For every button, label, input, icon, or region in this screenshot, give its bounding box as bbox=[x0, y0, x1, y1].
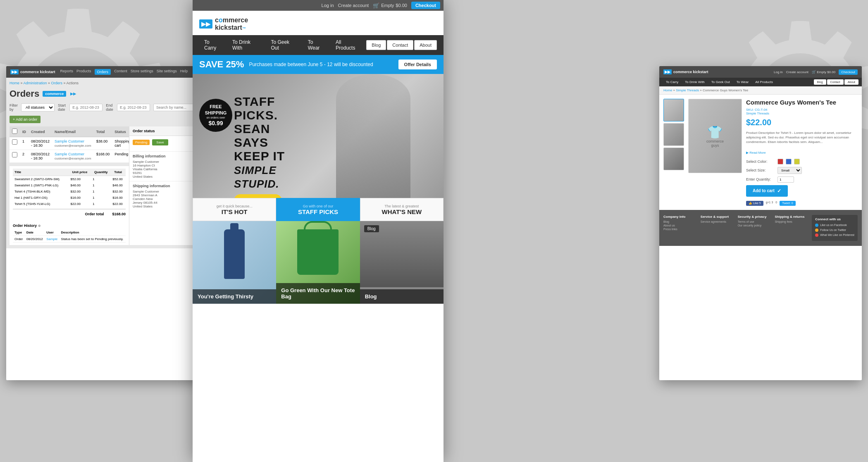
bc-admin[interactable]: Administration bbox=[24, 81, 47, 85]
footer-shipping-fees-link[interactable]: Shipping fees bbox=[775, 220, 807, 223]
nav-help[interactable]: Help bbox=[180, 69, 188, 75]
checkout-button[interactable]: Checkout bbox=[411, 2, 440, 9]
logo-icon: ▶▶ bbox=[199, 19, 212, 29]
item-col-qty: Quantity bbox=[93, 169, 112, 176]
rw-nav-contact[interactable]: Contact bbox=[827, 79, 844, 85]
row1-name[interactable]: Sample Customer bbox=[55, 139, 84, 143]
product-logo: ▶▶ commerce kickstart bbox=[663, 69, 708, 74]
bc-orders[interactable]: Orders bbox=[51, 81, 63, 85]
product-card-blog[interactable]: Blog Blog bbox=[360, 221, 444, 304]
product-1-overlay: You're Getting Thirsty bbox=[193, 289, 276, 304]
footer-press-link[interactable]: Press links bbox=[663, 228, 696, 231]
nav-store-settings[interactable]: Store settings bbox=[131, 69, 153, 75]
nav-wear[interactable]: To Wear bbox=[303, 35, 331, 55]
nav-orders[interactable]: Orders bbox=[95, 69, 111, 75]
rw-nav-about[interactable]: About bbox=[844, 79, 858, 85]
read-more-link[interactable]: ▶ Read More bbox=[746, 151, 766, 155]
login-link[interactable]: Log in bbox=[322, 3, 334, 8]
facebook-link[interactable]: Like us on Facebook bbox=[820, 224, 847, 226]
color-swatch-blue[interactable] bbox=[786, 159, 792, 164]
offer-details-button[interactable]: Offer Details bbox=[398, 60, 437, 69]
twitter-link[interactable]: Follow Us on Twitter bbox=[820, 229, 846, 231]
row1-total: $38.00 bbox=[94, 137, 112, 150]
product-thumb-1[interactable] bbox=[663, 99, 684, 121]
product-thumb-3[interactable] bbox=[663, 148, 684, 170]
nav-reports[interactable]: Reports bbox=[60, 69, 74, 75]
tab-whats-new[interactable]: The latest & greatest WHAT'S NEW bbox=[360, 198, 444, 221]
start-date-input[interactable] bbox=[69, 104, 103, 111]
create-account-link[interactable]: Create account bbox=[338, 3, 369, 8]
facebook-like-btn[interactable]: 👍 Like 5 bbox=[746, 201, 763, 206]
rw-create-account[interactable]: Create account bbox=[786, 70, 808, 74]
product-card-bag[interactable]: Go Green With Our New Tote Bag bbox=[276, 221, 360, 304]
rw-bc-simple-threads[interactable]: Simple Threads bbox=[676, 88, 699, 92]
rw-checkout-btn[interactable]: Checkout bbox=[839, 69, 858, 75]
add-order-button[interactable]: + Add an order bbox=[10, 116, 41, 123]
rw-bc-home[interactable]: Home bbox=[663, 88, 672, 92]
nav-drink[interactable]: To Drink With bbox=[227, 35, 266, 55]
row1-checkbox[interactable] bbox=[12, 139, 17, 145]
product-card-bottle[interactable]: You're Getting Thirsty bbox=[193, 221, 276, 304]
product-thumb-2[interactable] bbox=[663, 123, 684, 146]
free-shipping-badge: FREESHIPPING on orders over $0.99 bbox=[199, 99, 232, 132]
tab-hot[interactable]: get it quick because... IT'S HOT bbox=[193, 198, 276, 221]
hist-type: Order bbox=[13, 236, 25, 243]
rw-nav-products[interactable]: All Products bbox=[752, 78, 776, 86]
status-filter[interactable]: All statuses bbox=[21, 103, 55, 112]
nav-geek[interactable]: To Geek Out bbox=[266, 35, 303, 55]
start-date-label: Start date bbox=[58, 103, 66, 112]
nav-site-settings[interactable]: Site settings bbox=[157, 69, 177, 75]
shipping-title: Shipping information bbox=[133, 184, 202, 188]
tab-staff-picks[interactable]: Go with one of our STAFF PICKS bbox=[276, 198, 360, 221]
nav-blog-btn[interactable]: Blog bbox=[366, 40, 386, 50]
pinterest-link[interactable]: What We Like on Pinterest bbox=[820, 233, 854, 236]
rw-nav-blog[interactable]: Blog bbox=[814, 79, 826, 85]
tweet-btn[interactable]: Tweet: 0 bbox=[780, 201, 795, 206]
rw-nav-drink[interactable]: To Drink With bbox=[682, 78, 708, 86]
footer-about-link[interactable]: About us bbox=[663, 224, 696, 227]
footer-terms-link[interactable]: Terms of use bbox=[738, 220, 770, 223]
billing-title: Billing information bbox=[133, 154, 202, 158]
logo-text: commercekickstart™ bbox=[215, 17, 248, 31]
nav-about-btn[interactable]: About bbox=[414, 40, 437, 50]
select-all-checkbox[interactable] bbox=[12, 129, 17, 134]
nav-carry[interactable]: To Carry bbox=[199, 35, 227, 55]
save-button[interactable]: Save bbox=[152, 139, 168, 145]
rw-nav-geek[interactable]: To Geek Out bbox=[708, 78, 733, 86]
hist-user-link[interactable]: Sample bbox=[46, 237, 57, 241]
rw-nav-wear[interactable]: To Wear bbox=[733, 78, 752, 86]
hist-date: 08/20/2012 bbox=[25, 236, 45, 243]
hist-desc: Status has been set to Pending previousl… bbox=[60, 236, 126, 243]
rw-nav-carry[interactable]: To Carry bbox=[663, 78, 682, 86]
cart-icon: 🛒 bbox=[373, 2, 379, 9]
nav-products[interactable]: Products bbox=[76, 69, 91, 75]
bc-home[interactable]: Home bbox=[10, 81, 19, 85]
footer-security-link[interactable]: Our security policy bbox=[738, 224, 770, 227]
facebook-dot bbox=[815, 224, 818, 227]
color-swatch-yellow[interactable] bbox=[794, 159, 800, 164]
rw-login[interactable]: Log in bbox=[774, 70, 783, 74]
row2-checkbox[interactable] bbox=[12, 152, 17, 157]
gplus-btn[interactable]: g+1 3 bbox=[766, 201, 773, 206]
row2-name[interactable]: Sample Customer bbox=[55, 152, 84, 156]
nav-content[interactable]: Content bbox=[114, 69, 127, 75]
order-today-button[interactable]: Order Today bbox=[234, 194, 282, 198]
color-swatch-red[interactable] bbox=[777, 159, 783, 164]
footer-blog-link[interactable]: Blog bbox=[663, 220, 696, 223]
nav-products[interactable]: All Products bbox=[331, 35, 366, 55]
end-date-input[interactable] bbox=[117, 104, 150, 111]
quantity-input[interactable] bbox=[777, 176, 794, 183]
orders-logo: ▶▶ commerce kickstart bbox=[10, 69, 55, 74]
twitter-connect: Follow Us on Twitter bbox=[815, 229, 854, 232]
filter-label: Filter by bbox=[10, 103, 18, 112]
add-to-cart-button[interactable]: Add to cart ✓ bbox=[746, 185, 788, 197]
item3-price: $32.00 bbox=[71, 188, 93, 195]
nav-contact-btn[interactable]: Contact bbox=[387, 40, 413, 50]
size-select[interactable]: Small Medium Large bbox=[777, 167, 802, 174]
table-row: 1 08/20/2012 - 16:30 Sample Customer cus… bbox=[10, 137, 129, 150]
footer-service-link[interactable]: Service agreements bbox=[701, 220, 733, 223]
order-items-table: Title Unit price Quantity Total Sweatshi… bbox=[13, 169, 126, 207]
item5-title: Tshirt 5 (TSH5-YLW-LG) bbox=[13, 201, 71, 207]
tab-hot-subtitle: get it quick because... bbox=[217, 204, 253, 208]
footer-service-title: Service & support bbox=[701, 215, 733, 219]
